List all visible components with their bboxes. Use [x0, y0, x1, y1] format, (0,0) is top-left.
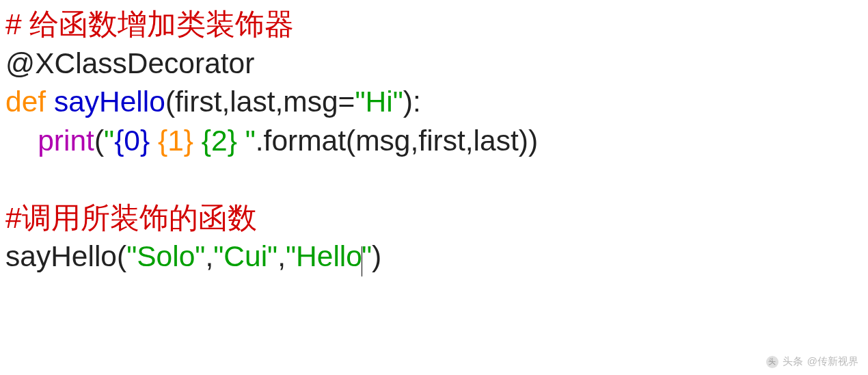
decorator-line: @XClassDecorator [5, 47, 254, 79]
text-cursor-icon [362, 246, 362, 277]
watermark-label: 头条 [783, 355, 803, 368]
watermark: 头 头条 @传新视界 [766, 355, 858, 368]
code-block: # 给函数增加类装饰器 @XClassDecorator def sayHell… [0, 0, 868, 282]
comment-line-1: # 给函数增加类装饰器 [5, 8, 294, 40]
comment-line-2: #调用所装饰的函数 [5, 202, 257, 234]
call-line: sayHello("Solo","Cui","Hello") [5, 240, 381, 272]
watermark-author: @传新视界 [807, 355, 858, 368]
func-def-line: def sayHello(first,last,msg="Hi"): [5, 86, 421, 118]
toutiao-logo-icon: 头 [766, 356, 778, 368]
print-line: print("{0} {1} {2} ".format(msg,first,la… [5, 125, 538, 157]
